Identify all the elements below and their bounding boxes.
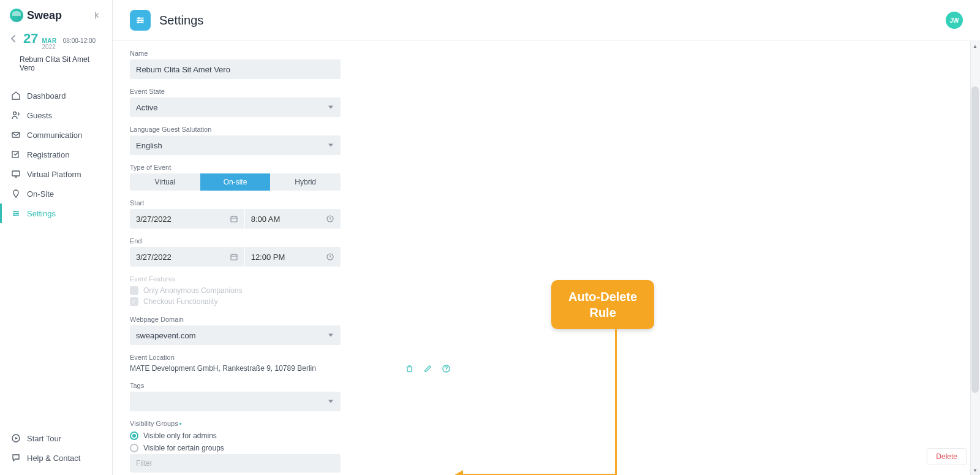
visibility-filter-input[interactable]: Filter <box>130 454 341 473</box>
radio-label: Visible only for admins <box>143 431 217 440</box>
event-location-label: Event Location <box>130 354 451 361</box>
screen-icon <box>11 169 21 179</box>
settings-header-icon <box>130 10 151 31</box>
checkbox-checked-icon: ✓ <box>130 297 138 306</box>
brand-name: Sweap <box>27 9 62 22</box>
svg-point-0 <box>13 112 17 115</box>
svg-rect-3 <box>12 171 20 176</box>
brand-logo-icon <box>10 9 23 22</box>
start-time-value: 8:00 AM <box>251 215 281 224</box>
webpage-domain-label: Webpage Domain <box>130 316 451 323</box>
sidebar-item-on-site[interactable]: On-Site <box>0 184 112 203</box>
start-time-input[interactable]: 8:00 AM <box>244 209 341 229</box>
event-location-value: MATE Development GmbH, Rankestraße 9, 10… <box>130 364 396 373</box>
users-icon <box>11 110 21 120</box>
visibility-certain-groups-radio[interactable]: Visible for certain groups <box>130 442 451 454</box>
content-area: Name Rebum Clita Sit Amet Vero Event Sta… <box>113 41 980 475</box>
language-value: English <box>136 141 162 150</box>
event-day: 27 <box>23 31 38 47</box>
pencil-icon <box>423 364 432 373</box>
event-year: 2022 <box>42 44 56 50</box>
location-icon <box>11 189 21 199</box>
visibility-admins-radio[interactable]: Visible only for admins <box>130 430 451 442</box>
event-state-label: Event State <box>130 88 451 95</box>
name-label: Name <box>130 50 451 57</box>
event-state-value: Active <box>136 103 157 112</box>
start-date-value: 3/27/2022 <box>136 215 172 224</box>
home-icon <box>11 91 21 101</box>
language-label: Language Guest Salutation <box>130 126 451 133</box>
svg-point-4 <box>14 211 16 213</box>
sidebar-item-dashboard[interactable]: Dashboard <box>0 86 112 105</box>
feature-label: Checkout Functionality <box>143 297 217 306</box>
end-time-input[interactable]: 12:00 PM <box>244 247 341 267</box>
sidebar-item-registration[interactable]: Registration <box>0 145 112 164</box>
collapse-sidebar-button[interactable] <box>91 10 102 21</box>
callout-arrow-head-icon <box>454 470 463 475</box>
help-contact-button[interactable]: Help & Contact <box>0 448 112 468</box>
scrollbar-thumb[interactable] <box>971 86 979 393</box>
sidebar-item-label: Virtual Platform <box>27 170 81 179</box>
sidebar-nav: Dashboard Guests Communication Registrat… <box>0 82 112 428</box>
sidebar-item-label: Guests <box>27 111 52 120</box>
radio-unselected-icon <box>130 444 138 452</box>
calendar-icon <box>230 215 238 223</box>
start-label: Start <box>130 199 451 207</box>
avatar-initials: JW <box>950 17 959 24</box>
name-input[interactable]: Rebum Clita Sit Amet Vero <box>130 59 341 79</box>
delete-button-label: Delete <box>936 452 957 461</box>
sidebar-item-settings[interactable]: Settings <box>0 203 112 223</box>
location-help-button[interactable] <box>441 363 451 373</box>
type-option-virtual[interactable]: Virtual <box>130 173 200 191</box>
start-tour-button[interactable]: Start Tour <box>0 428 112 448</box>
scrollbar[interactable]: ▲ ▼ <box>970 41 980 475</box>
type-option-hybrid[interactable]: Hybrid <box>270 173 341 191</box>
sidebar-item-label: Registration <box>27 150 69 159</box>
chevron-left-icon <box>10 34 17 43</box>
sidebar-footer: Start Tour Help & Contact <box>0 428 112 475</box>
type-option-on-site[interactable]: On-site <box>200 173 271 191</box>
scroll-down-button[interactable]: ▼ <box>970 465 980 475</box>
brand-logo: Sweap <box>10 9 62 22</box>
radio-selected-icon <box>130 431 138 440</box>
radio-label: Visible for certain groups <box>143 444 224 452</box>
callout-auto-delete-rule: Auto-Delete Rule <box>551 280 654 329</box>
start-date-input[interactable]: 3/27/2022 <box>130 209 244 229</box>
feature-checkout-functionality: ✓ Checkout Functionality <box>130 296 451 307</box>
checkbox-unchecked-icon <box>130 286 138 295</box>
delete-button[interactable]: Delete <box>927 448 967 465</box>
event-title: Rebum Clita Sit Amet Vero <box>10 55 102 72</box>
trash-icon <box>405 364 414 373</box>
svg-rect-1 <box>12 132 20 137</box>
scroll-up-button[interactable]: ▲ <box>970 41 980 51</box>
sidebar-item-virtual-platform[interactable]: Virtual Platform <box>0 164 112 184</box>
sidebar-item-communication[interactable]: Communication <box>0 125 112 145</box>
footer-item-label: Help & Contact <box>27 454 80 463</box>
avatar[interactable]: JW <box>946 12 963 29</box>
end-label: End <box>130 237 451 245</box>
sidebar-item-label: Communication <box>27 131 82 140</box>
webpage-domain-select[interactable]: sweapevent.com <box>130 325 341 345</box>
delete-location-button[interactable] <box>404 363 414 373</box>
registration-icon <box>11 150 21 159</box>
play-icon <box>11 433 21 443</box>
edit-location-button[interactable] <box>423 363 432 373</box>
page-header: Settings JW <box>113 0 980 41</box>
main-panel: Settings JW Name Rebum Clita Sit Amet Ve… <box>113 0 980 475</box>
tags-label: Tags <box>130 382 451 389</box>
svg-rect-11 <box>231 216 237 222</box>
sliders-icon <box>11 208 21 218</box>
sidebar-item-guests[interactable]: Guests <box>0 105 112 125</box>
event-time-range: 08:00-12:00 <box>63 37 96 44</box>
svg-point-8 <box>138 17 140 19</box>
webpage-domain-value: sweapevent.com <box>136 331 196 340</box>
language-select[interactable]: English <box>130 135 341 155</box>
help-icon <box>442 364 451 373</box>
tags-select[interactable] <box>130 392 341 411</box>
back-button[interactable] <box>10 31 17 43</box>
sidebar-item-label: Settings <box>27 209 56 218</box>
feature-label: Only Anonymous Companions <box>143 286 242 295</box>
event-context: 27 MAR 2022 08:00-12:00 Rebum Clita Sit … <box>0 28 112 82</box>
event-state-select[interactable]: Active <box>130 97 341 117</box>
end-date-input[interactable]: 3/27/2022 <box>130 247 244 267</box>
